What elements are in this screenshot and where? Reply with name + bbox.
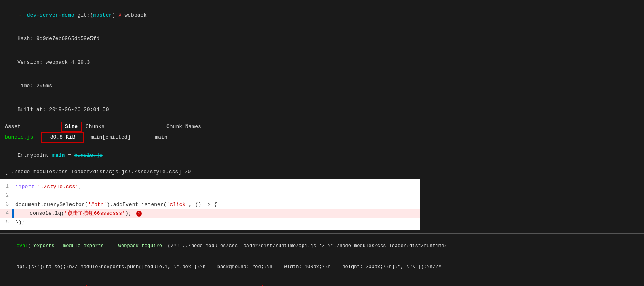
version-label: Version: [17,59,46,65]
code-editor: 1 import './style.css'; 2 3 document.que… [0,179,420,230]
command-line: → dev-server-demo git:(master) ✗ webpack [5,3,639,27]
asset-header: Asset [5,123,41,131]
bundle-main: main [155,133,167,142]
bundle-size-highlight: 80.8 KiB [41,132,84,143]
eval-line-3: sourceURL=[module]\n//# sourceMappingURL… [5,278,639,286]
built-line: Built at: 2019-06-26 20:04:50 [5,98,639,122]
chunknames-header: Chunk Names [166,123,201,131]
webpack-cmd: webpack [122,12,147,18]
size-box-highlight: Size [61,122,82,132]
eval-content-2: api.js\")(false);\n// Module\nexports.pu… [17,264,441,270]
line-content-5: }); [12,219,420,225]
built-label: Built at: [17,107,49,113]
entrypoint-file: bundle.js [74,152,103,158]
line-number-3: 3 [0,202,12,207]
line-number-4: 4 [0,210,12,216]
branch-name: master [93,12,112,18]
eval-section: eval("exports = module.exports = __webpa… [0,233,644,286]
eval-line-1: eval("exports = module.exports = __webpa… [5,236,639,257]
line-number-1: 1 [0,184,12,189]
time-value: 296ms [36,83,52,89]
entrypoint-sep: = [65,152,74,158]
eval-content-1: ("exports = module.exports = __webpack_r… [28,243,447,249]
error-circle-icon: ✕ [136,211,142,217]
bundle-filename: bundle.js [5,133,41,142]
line-content-4: console.lg('点击了按钮66sssdsss'); ✕ [14,210,420,217]
import-semi: ; [78,184,82,190]
size-header: Size [41,122,86,132]
qs-arg: '#btn' [88,202,107,208]
version-line: Version: webpack 4.29.3 [5,50,639,74]
doc-qs: document.querySelector( [15,202,88,208]
line-number-2: 2 [0,193,12,198]
bundle-emitted: [emitted] [102,133,130,142]
code-line-1: 1 import './style.css'; [0,182,420,191]
line-number-5: 5 [0,219,12,225]
import-keyword: import [15,184,34,190]
bundle-size: 80.8 KiB [41,132,86,143]
entrypoint-line: Entrypoint main = bundle.js [5,143,639,168]
line-content-1: import './style.css'; [12,184,420,190]
version-value: webpack 4.29.3 [46,59,90,65]
code-line-4-error: 4 console.lg('点击了按钮66sssdsss'); ✕ [0,209,420,218]
bundle-chunks: main [90,133,102,142]
click-arg: 'click' [166,202,189,208]
built-value: 2019-06-26 20:04:50 [49,107,109,113]
chunks-header: Chunks [86,123,134,131]
eval-keyword: eval [17,243,28,249]
eval-line-2: api.js\")(false);\n// Module\nexports.pu… [5,257,639,278]
entrypoint-label: Entrypoint [17,152,52,158]
code-line-5: 5 }); [0,218,420,227]
table-header-row: Asset Size Chunks Chunk Names [5,122,639,132]
bundle-row: bundle.js 80.8 KiB main [emitted] main [5,132,639,143]
console-semi: ); [125,210,132,217]
console-lg: console.lg( [29,210,64,217]
time-label: Time: [17,83,36,89]
loader-line: [ ./node_modules/css-loader/dist/cjs.js!… [5,168,639,177]
hash-value: 9d9de7eb6965dd59e5fd [36,36,99,42]
entrypoint-name: main [52,152,65,158]
import-path: './style.css' [34,184,78,190]
line-content-3: document.querySelector('#btn').addEventL… [12,202,420,208]
arrow-icon: → [17,12,27,18]
console-arg: '点击了按钮66sssdsss' [64,210,125,217]
line-content-2 [12,193,420,199]
hash-label: Hash: [17,36,36,42]
branch-suffix: ) [112,12,118,18]
repo-name: dev-server-demo [27,12,74,18]
time-line: Time: 296ms [5,74,639,98]
qs-end: ).addEventListener( [107,202,166,208]
hash-line: Hash: 9d9de7eb6965dd59e5fd [5,27,639,51]
code-line-3: 3 document.querySelector('#btn').addEven… [0,200,420,209]
git-label: git:( [74,12,93,18]
terminal-section: → dev-server-demo git:(master) ✗ webpack… [0,0,644,179]
cross-icon: ✗ [118,12,122,18]
arrow-fn: , () => { [189,202,217,208]
code-line-2: 2 [0,191,420,200]
